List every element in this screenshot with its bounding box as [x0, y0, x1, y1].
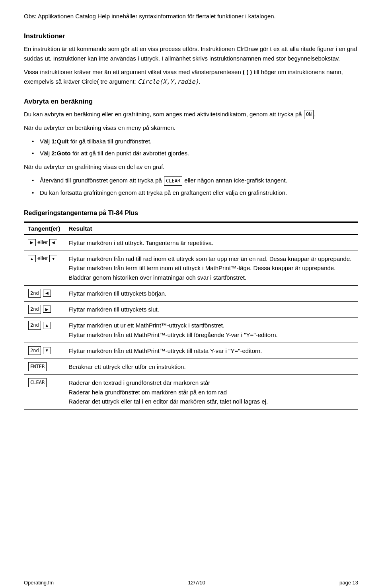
avbryta-para1-text1: Du kan avbryta en beräkning eller en gra… — [24, 111, 302, 118]
key-cell-up-down: eller — [24, 251, 64, 286]
key-cell-enter: ENTER — [24, 359, 64, 375]
down-arrow-icon — [49, 255, 57, 262]
footer-center: 12/7/10 — [188, 580, 205, 586]
avbryta-para3: När du avbryter en beräkning visas en me… — [24, 123, 358, 133]
key-cell-2nd-right: 2nd — [24, 302, 64, 318]
table-row: eller Flyttar markören i ett uttryck. Ta… — [24, 235, 358, 251]
enter-key: ENTER — [28, 362, 47, 371]
key-cell-2nd-left: 2nd — [24, 285, 64, 301]
obs-text: Obs: Applikationen Catalog Help innehåll… — [24, 12, 358, 21]
down-arrow-icon-2 — [43, 347, 51, 354]
key-cell-clear: CLEAR — [24, 375, 64, 410]
avbryta-para1-text2: . — [314, 111, 316, 118]
table-row: 2nd Flyttar markören till uttryckets slu… — [24, 302, 358, 318]
table-title: Redigeringstangenterna på TI-84 Plus — [24, 210, 358, 217]
table-row: 2nd Flyttar markören ut ur ett MathPrint… — [24, 318, 358, 343]
instruktioner-para1: En instruktion är ett kommando som gör a… — [24, 44, 358, 63]
clear-key-inline: CLEAR — [164, 176, 182, 186]
instruktioner-heading: Instruktioner — [24, 32, 358, 40]
clear-key: CLEAR — [28, 378, 47, 387]
up-arrow-icon-2 — [43, 322, 51, 329]
2nd-key-1: 2nd — [28, 289, 41, 298]
bullet-continue: Du kan fortsätta grafritningen genom att… — [32, 188, 358, 198]
footer-bar: Operating.fm 12/7/10 page 13 — [0, 577, 382, 588]
result-cell-2nd-up: Flyttar markören ut ur ett MathPrint™-ut… — [64, 318, 358, 343]
table-row: CLEAR Raderar den textrad i grundfönstre… — [24, 375, 358, 410]
right-arrow-icon-2 — [43, 306, 51, 313]
footer-right: page 13 — [339, 580, 358, 586]
key-table: Tangent(er) Resultat eller Flyttar markö… — [24, 221, 358, 410]
result-cell-2nd-down: Flyttar markören från ett MathPrint™-utt… — [64, 343, 358, 359]
on-key: ON — [304, 110, 314, 119]
section-instruktioner: Instruktioner En instruktion är ett komm… — [24, 32, 358, 86]
2nd-key-3: 2nd — [28, 321, 41, 330]
bullet-quit: Välj 1:Quit för gå tillbaka till grundfö… — [32, 137, 358, 146]
result-cell-clear: Raderar den textrad i grundfönstret där … — [64, 375, 358, 410]
table-row: 2nd Flyttar markören från ett MathPrint™… — [24, 343, 358, 359]
table-row: ENTER Beräknar ett uttryck eller utför e… — [24, 359, 358, 375]
avbryta-para4: När du avbryter en grafritning visas en … — [24, 162, 358, 172]
col-resultat: Resultat — [64, 222, 358, 235]
key-cell-2nd-up: 2nd — [24, 318, 64, 343]
obs-block: Obs: Applikationen Catalog Help innehåll… — [24, 12, 358, 21]
table-section: Redigeringstangenterna på TI-84 Plus Tan… — [24, 210, 358, 410]
key-cell-right-left: eller — [24, 235, 64, 251]
result-cell-2nd-left: Flyttar markören till uttryckets början. — [64, 285, 358, 301]
table-row: eller Flyttar markören från rad till rad… — [24, 251, 358, 286]
section-avbryta: Avbryta en beräkning Du kan avbryta en b… — [24, 98, 358, 198]
bullet-clear: Återvänd till grundfönstret genom att tr… — [32, 176, 358, 186]
avbryta-para1: Du kan avbryta en beräkning eller en gra… — [24, 110, 358, 120]
result-cell-2nd-right: Flyttar markören till uttryckets slut. — [64, 302, 358, 318]
col-tangent: Tangent(er) — [24, 222, 64, 235]
table-row: 2nd Flyttar markören till uttryckets bör… — [24, 285, 358, 301]
result-cell-enter: Beräknar ett uttryck eller utför en inst… — [64, 359, 358, 375]
up-arrow-icon — [28, 255, 36, 262]
bullet-goto: Välj 2:Goto för att gå till den punkt dä… — [32, 149, 358, 158]
avbryta-bullets2: Återvänd till grundfönstret genom att tr… — [32, 176, 358, 198]
result-cell-up-down: Flyttar markören från rad till rad inom … — [64, 251, 358, 286]
left-arrow-icon-2 — [43, 290, 51, 297]
instruktioner-para2: Vissa instruktioner kräver mer än ett ar… — [24, 67, 358, 86]
2nd-key-2: 2nd — [28, 305, 41, 314]
key-cell-2nd-down: 2nd — [24, 343, 64, 359]
left-arrow-icon — [49, 239, 57, 246]
right-arrow-icon — [28, 239, 36, 246]
avbryta-bullets1: Välj 1:Quit för gå tillbaka till grundfö… — [32, 137, 358, 158]
2nd-key-4: 2nd — [28, 346, 41, 355]
result-cell-right-left: Flyttar markören i ett uttryck. Tangente… — [64, 235, 358, 251]
table-header-row: Tangent(er) Resultat — [24, 222, 358, 235]
footer-left: Operating.fm — [24, 580, 54, 586]
avbryta-heading: Avbryta en beräkning — [24, 98, 358, 106]
